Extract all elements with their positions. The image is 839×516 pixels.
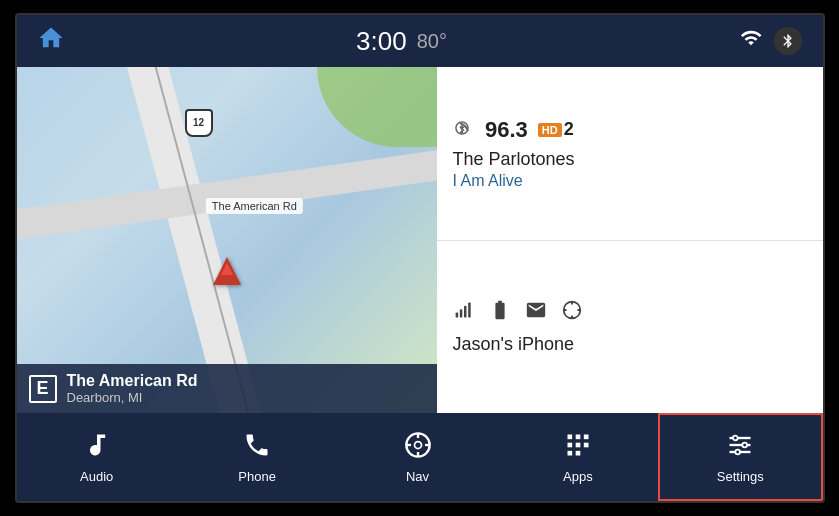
compass-display: E — [29, 375, 57, 403]
settings-nav-button[interactable]: Settings — [658, 413, 822, 501]
phone-device-name: Jason's iPhone — [453, 334, 807, 355]
message-icon — [525, 299, 547, 326]
svg-rect-2 — [464, 306, 467, 318]
nav-label: Nav — [406, 469, 429, 484]
svg-point-21 — [733, 435, 738, 440]
navigation-arrow — [213, 257, 241, 285]
radio-frequency: 96.3 — [485, 117, 528, 143]
hd-icon: HD — [538, 123, 562, 137]
svg-rect-1 — [459, 309, 462, 317]
svg-rect-13 — [567, 442, 572, 447]
svg-point-5 — [414, 441, 421, 448]
song-title: I Am Alive — [453, 172, 807, 190]
status-icons — [738, 27, 802, 55]
time-temp-display: 3:00 80° — [356, 26, 447, 57]
svg-rect-14 — [576, 442, 581, 447]
svg-point-23 — [736, 449, 741, 454]
map-area[interactable]: 12 The American Rd E The American Rd Dea… — [17, 67, 437, 413]
map-background: 12 The American Rd — [17, 67, 437, 413]
header-bar: 3:00 80° — [17, 15, 823, 67]
apps-nav-button[interactable]: Apps — [498, 413, 658, 501]
map-secondary-road — [17, 127, 437, 244]
svg-rect-15 — [584, 442, 589, 447]
temperature-display: 80° — [417, 30, 447, 53]
radio-antenna-icon — [453, 119, 475, 141]
phone-nav-button[interactable]: Phone — [177, 413, 337, 501]
audio-icon — [83, 431, 111, 465]
artist-name: The Parlotones — [453, 149, 807, 170]
phone-section[interactable]: Jason's iPhone — [437, 241, 823, 414]
audio-label: Audio — [80, 469, 113, 484]
phone-label: Phone — [238, 469, 276, 484]
sync-icon — [561, 299, 583, 326]
map-main-road — [118, 67, 336, 413]
svg-rect-16 — [567, 450, 572, 455]
svg-rect-11 — [576, 434, 581, 439]
street-name: The American Rd — [67, 372, 198, 390]
svg-rect-12 — [584, 434, 589, 439]
main-content-area: 12 The American Rd E The American Rd Dea… — [17, 67, 823, 413]
svg-rect-3 — [468, 302, 471, 317]
highway-shield: 12 — [185, 109, 213, 137]
clock-display: 3:00 — [356, 26, 407, 57]
apps-icon — [564, 431, 592, 465]
svg-rect-17 — [576, 450, 581, 455]
map-address-overlay: E The American Rd Dearborn, MI — [17, 364, 437, 413]
settings-icon — [726, 431, 754, 465]
apps-label: Apps — [563, 469, 593, 484]
city-name: Dearborn, MI — [67, 390, 198, 405]
svg-point-22 — [743, 442, 748, 447]
radio-section[interactable]: 96.3 HD 2 The Parlotones I Am Alive — [437, 67, 823, 241]
car-display-screen: 3:00 80° — [15, 13, 825, 503]
radio-hd-badge: HD 2 — [538, 119, 574, 140]
current-address: The American Rd Dearborn, MI — [67, 372, 198, 405]
settings-label: Settings — [717, 469, 764, 484]
map-green-zone — [317, 67, 437, 147]
nav-nav-button[interactable]: Nav — [337, 413, 497, 501]
svg-rect-10 — [567, 434, 572, 439]
highway-number: 12 — [193, 117, 204, 128]
radio-info-top: 96.3 HD 2 — [453, 117, 807, 143]
wifi-icon — [738, 27, 764, 55]
home-icon[interactable] — [37, 24, 65, 59]
signal-bars-icon — [453, 300, 475, 325]
hd-channel-number: 2 — [564, 119, 574, 140]
svg-rect-0 — [455, 312, 458, 317]
phone-status-icons — [453, 299, 807, 326]
phone-nav-icon — [243, 431, 271, 465]
map-street-label: The American Rd — [206, 198, 303, 214]
navigation-icon — [404, 431, 432, 465]
bluetooth-icon — [774, 27, 802, 55]
right-info-panel: 96.3 HD 2 The Parlotones I Am Alive — [437, 67, 823, 413]
audio-nav-button[interactable]: Audio — [17, 413, 177, 501]
bottom-navigation: Audio Phone Nav — [17, 413, 823, 501]
battery-icon — [489, 299, 511, 326]
